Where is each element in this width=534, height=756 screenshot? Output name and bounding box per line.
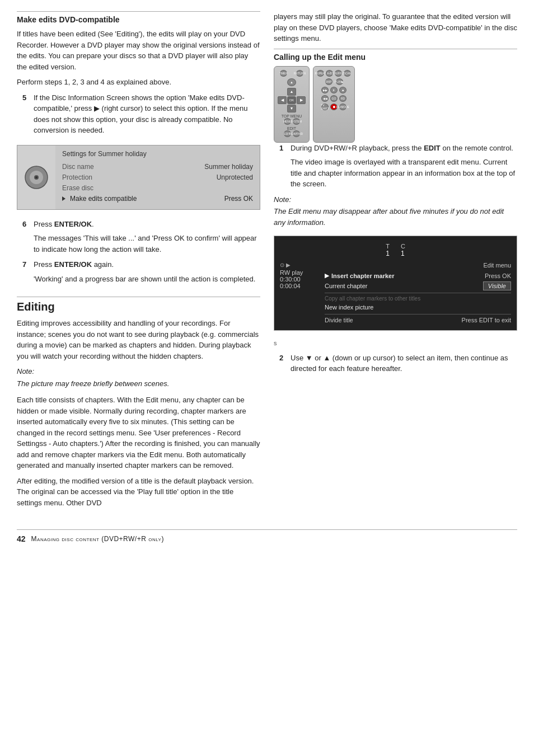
shuffle-btn[interactable]: SHUFFLE	[335, 70, 342, 77]
em-arrow-icon: ▶	[325, 272, 329, 279]
remode-btn[interactable]: RE/MODE	[339, 104, 346, 110]
remote-top-row: TIMER RETURN	[278, 70, 306, 77]
em-divider	[325, 293, 511, 293]
step-5-content: If the Disc Information Screen shows the…	[34, 92, 260, 136]
settings-panel: Settings for Summer holiday Disc name Su…	[55, 145, 260, 209]
tc-c-val: 1	[401, 250, 405, 257]
step-1-indent: The video image is overlayed with a tran…	[291, 157, 517, 190]
settings-key-makecompatible: Make edits compatible	[62, 195, 137, 203]
remote-images: TIMER RETURN ▲ ▲ ◀ OK ▶ ▼	[274, 66, 517, 143]
step-7-detail: 'Working' and a progress bar are shown u…	[34, 274, 260, 285]
em-divide-title: Divide title	[325, 317, 353, 323]
menu-btn[interactable]: MENU	[284, 118, 291, 125]
editing-para1: Editing improves accessibility and handl…	[17, 318, 260, 361]
edit-menu-screenshot: T 1 C 1 ⊙ ▶ RW play 0:30:00	[274, 236, 517, 331]
settings-val-discname: Summer holiday	[204, 163, 253, 171]
skip-btn[interactable]: SKIP	[325, 78, 332, 85]
editing-title: Editing	[17, 297, 260, 313]
em-press-edit: Press EDIT to exit	[462, 317, 511, 323]
settings-val-protection: Unprotected	[217, 173, 253, 181]
section1-title: Make edits DVD-compatible	[17, 11, 260, 24]
rd-btn[interactable]: RD	[339, 95, 346, 102]
remote-label-edit: EDIT	[278, 126, 306, 130]
s-marker: s	[274, 339, 517, 348]
em-row-newindex: New index picture	[325, 304, 511, 311]
dpad-left[interactable]: ◀	[278, 96, 287, 104]
step-6-list: 6 Press ENTER/OK. The messages 'This wil…	[22, 219, 260, 255]
dpad-down[interactable]: ▼	[287, 105, 296, 112]
left-column: Make edits DVD-compatible If titles have…	[17, 11, 260, 513]
remote-mid-row: MENU SYSTEM	[278, 118, 306, 125]
timer-btn[interactable]: TIMER	[280, 70, 287, 77]
step-1-list: 1 During DVD+RW/+R playback, press the E…	[279, 143, 517, 190]
editing-note-text: The picture may freeze briefly between s…	[17, 378, 260, 389]
editing-note-label: Note:	[17, 366, 260, 377]
stop-btn[interactable]: ■	[339, 87, 346, 93]
step-2-content: Use ▼ or ▲ (down or up cursor) to select…	[291, 353, 517, 374]
em-footer: Divide title Press EDIT to exit	[325, 314, 511, 323]
step-7: 7 Press ENTER/OK again.	[22, 259, 260, 270]
right-remote-4th: ◀◀ GO RD	[317, 95, 351, 102]
disc-icon-container	[17, 145, 55, 209]
remote-dpad: ▲ ◀ OK ▶ ▼	[278, 88, 306, 112]
system-btn[interactable]: SYSTEM	[293, 118, 300, 125]
pause-btn[interactable]: ⏸	[330, 87, 338, 93]
rw-icon: ⊙ ▶	[280, 262, 291, 268]
go-btn[interactable]: GO	[330, 95, 338, 102]
return-btn[interactable]: RETURN	[296, 70, 303, 77]
step-7-num: 7	[22, 259, 30, 270]
em-val-insert: Press OK	[485, 273, 511, 279]
em-right-side: Edit menu ▶ Insert chapter marker Press …	[325, 262, 511, 323]
time2: 0:00:04	[280, 283, 319, 289]
section1-para2: Perform steps 1, 2, 3 and 4 as explained…	[17, 77, 260, 88]
em-row-copy: Copy all chapter markers to other titles	[325, 295, 511, 302]
editing-para3: After editing, the modified version of a…	[17, 476, 260, 509]
em-lbl-copy: Copy all chapter markers to other titles	[325, 295, 420, 302]
rew-fwd-btn[interactable]: REW/FWD	[293, 130, 300, 137]
disc-icon	[24, 165, 49, 190]
search-fwd-btn[interactable]: ▶▶	[321, 87, 329, 93]
dpad-right[interactable]: ▶	[297, 96, 306, 104]
page-footer: 42 Managing disc content (DVD+RW/+R only…	[17, 529, 517, 543]
settings-key-discname: Disc name	[62, 163, 94, 171]
left-remote-panel: TIMER RETURN ▲ ▲ ◀ OK ▶ ▼	[274, 66, 310, 143]
right-remote-3rd: ▶▶ ⏸ ■	[317, 87, 351, 93]
step-1-detail: The video image is overlayed with a tran…	[291, 157, 517, 190]
page-number: 42	[17, 534, 26, 543]
right-remote-2nd: SKIP PLAY▶	[317, 78, 351, 85]
editing-section: Editing Editing improves accessibility a…	[17, 297, 260, 508]
footer-text: Managing disc content (DVD+RW/+R only)	[31, 535, 164, 543]
tc-t-label: T 1	[386, 243, 390, 257]
settings-key-erase: Erase disc	[62, 184, 93, 192]
step-7-list: 7 Press ENTER/OK again. 'Working' and a …	[22, 259, 260, 284]
right-remote-top: REPEAT A-B SHUFFLE SCAN	[317, 70, 351, 77]
step-6-indent: The messages 'This will take ...' and 'P…	[34, 233, 260, 255]
em-edit-menu-label: Edit menu	[325, 262, 511, 269]
right-remote-panel: REPEAT A-B SHUFFLE SCAN SKIP PLAY▶ ▶▶ ⏸ …	[313, 66, 355, 143]
edit-menu-tc: T 1 C 1	[280, 243, 511, 257]
settings-val-makecompatible: Press OK	[224, 195, 253, 203]
step-1-content: During DVD+RW/+R playback, press the EDI…	[291, 143, 513, 154]
step-6: 6 Press ENTER/OK.	[22, 219, 260, 230]
step-6-detail: The messages 'This will take ...' and 'P…	[34, 233, 260, 255]
prev-btn[interactable]: ◀◀	[321, 95, 329, 102]
settings-panel-title: Settings for Summer holiday	[62, 150, 253, 158]
play-btn[interactable]: PLAY▶	[336, 78, 343, 85]
ok-btn[interactable]: OK	[287, 96, 296, 104]
up-btn[interactable]: ▲	[287, 78, 296, 86]
step-2-list: 2 Use ▼ or ▲ (down or up cursor) to sele…	[279, 353, 517, 374]
repeat-btn[interactable]: REPEAT	[317, 70, 324, 77]
settings-row-discname: Disc name Summer holiday	[62, 162, 253, 171]
dpad-up[interactable]: ▲	[287, 88, 296, 96]
edit-menu-content: ⊙ ▶ RW play 0:30:00 0:00:04 Edit menu ▶ …	[280, 262, 511, 323]
time1: 0:30:00	[280, 276, 319, 283]
tc-t: T	[386, 243, 390, 250]
editing-para2: Each title consists of chapters. With th…	[17, 395, 260, 471]
tvshift-btn[interactable]: TV SHIFT	[321, 104, 329, 110]
edit-label: EDIT	[424, 144, 441, 152]
step-6-content: Press ENTER/OK.	[34, 219, 94, 230]
em-val-current: Visible	[483, 281, 511, 290]
disc-settings-box: Settings for Summer holiday Disc name Su…	[17, 145, 260, 210]
step-6-num: 6	[22, 219, 30, 230]
scan-btn[interactable]: SCAN	[344, 70, 351, 77]
